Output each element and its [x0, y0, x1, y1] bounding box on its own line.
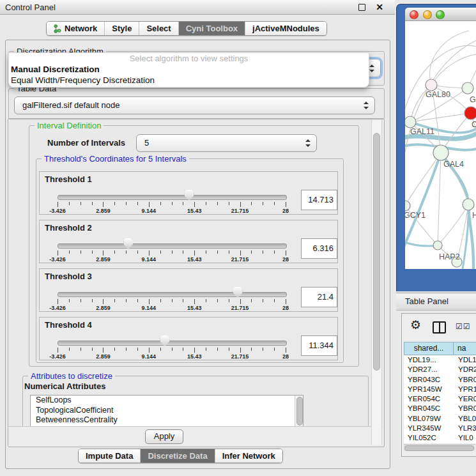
tab-infer-network[interactable]: Infer Network	[215, 449, 282, 463]
table-horizontal-scrollbar[interactable]	[404, 444, 475, 451]
tick-mark	[251, 299, 252, 302]
tick-mark	[229, 202, 229, 205]
threshold-value-field[interactable]: 11.344	[301, 335, 337, 356]
tab-impute-data[interactable]: Impute Data	[79, 449, 140, 463]
table-row[interactable]: YLR345WYLR3	[404, 424, 476, 433]
dropdown-option[interactable]: Equal Width/Frequency Discretization	[11, 75, 155, 85]
attribute-item[interactable]: SelfLoops	[31, 395, 303, 406]
tick-mark	[149, 202, 150, 207]
slider-track[interactable]	[58, 341, 287, 346]
tick-mark	[206, 299, 206, 302]
minimize-button[interactable]	[423, 10, 432, 19]
network-node[interactable]	[464, 107, 476, 119]
table-row[interactable]: YPR145WYPR1	[404, 385, 476, 394]
slider-track[interactable]	[58, 292, 287, 297]
tick-label: 2.859	[96, 256, 111, 263]
table-row[interactable]: YDR27...YDR2	[404, 365, 476, 374]
threshold-panel: Threshold 3-3.4262.8599.14415.4321.71528…	[39, 268, 338, 312]
checkbox-icons[interactable]: ☑☑	[456, 322, 471, 331]
float-window-icon[interactable]	[358, 4, 365, 11]
tab-style[interactable]: Style	[104, 22, 139, 35]
threshold-value-field[interactable]: 21.4	[301, 287, 337, 307]
table-data-combobox[interactable]: galFiltered.sif default node	[14, 96, 375, 114]
tick-mark	[103, 348, 104, 353]
attribute-item[interactable]: TopologicalCoefficient	[31, 406, 303, 416]
tab-discretize-data[interactable]: Discretize Data	[140, 449, 214, 463]
table-panel-titlebar: Table Panel	[396, 293, 476, 311]
table-row[interactable]: YIL052CYIL0	[404, 433, 476, 443]
gear-icon[interactable]: ⚙	[410, 319, 421, 332]
table-row[interactable]: YBR043CYBR0	[404, 375, 476, 385]
cell-name: YBR0	[458, 404, 476, 413]
tab-label: Network	[65, 24, 97, 33]
tick-label: 2.859	[96, 305, 111, 311]
table-row[interactable]: YBR045CYBR0	[404, 404, 476, 413]
numerical-attributes-list[interactable]: SelfLoopsTopologicalCoefficientBetweenne…	[30, 395, 303, 427]
network-node[interactable]	[433, 145, 449, 160]
table-row[interactable]: YDL19...YDL1	[404, 355, 476, 365]
main-scrollbar[interactable]	[371, 120, 382, 445]
dropdown-option[interactable]: Manual Discretization	[11, 65, 100, 74]
tick-mark	[206, 348, 206, 351]
slider-track[interactable]	[58, 195, 287, 200]
tick-mark	[172, 299, 173, 302]
tick-label: 2.859	[96, 208, 111, 214]
tick-mark	[172, 250, 173, 254]
tick-mark	[92, 299, 93, 302]
tick-label: -3.426	[49, 208, 66, 214]
tick-mark	[240, 348, 241, 353]
close-button[interactable]	[410, 10, 418, 19]
tick-mark	[240, 299, 241, 304]
dropdown-placeholder-option[interactable]: Select algorithm to view settings	[9, 54, 369, 63]
tick-mark	[160, 299, 161, 302]
apply-strip	[8, 426, 383, 446]
cell-name: YBR0	[458, 375, 476, 385]
control-panel-titlebar: Control Panel ✕	[0, 0, 395, 15]
network-canvas[interactable]: GAL80GACGAL11GAL4GCY1HHAP2	[405, 21, 476, 269]
cell-name: YIL0	[458, 433, 473, 443]
tab-network[interactable]: Network	[47, 22, 104, 35]
tab-jactivemnodules[interactable]: jActiveMNodules	[245, 22, 326, 35]
tick-label: 21.715	[231, 256, 249, 263]
column-header-name[interactable]: na	[453, 342, 476, 355]
threshold-slider[interactable]: -3.4262.8599.14415.4321.71528	[58, 172, 286, 214]
column-header-shared[interactable]: shared...	[404, 342, 454, 355]
network-node[interactable]	[426, 79, 437, 91]
tick-mark	[251, 202, 252, 205]
tab-label: Discretize Data	[148, 451, 207, 461]
zoom-button[interactable]	[436, 10, 445, 19]
table-row[interactable]: YBL079WYBL0	[404, 414, 476, 424]
network-node[interactable]	[463, 199, 474, 210]
node-label: C	[472, 120, 476, 129]
tick-mark	[114, 250, 115, 254]
threshold-slider[interactable]: -3.4262.8599.14415.4321.71528	[58, 318, 286, 360]
number-of-intervals-combobox[interactable]: 5	[136, 134, 317, 152]
threshold-slider[interactable]: -3.4262.8599.14415.4321.71528	[58, 269, 286, 311]
cell-name: YBL0	[458, 414, 476, 424]
close-icon[interactable]: ✕	[376, 1, 383, 13]
group-title: Interval Definition	[35, 121, 104, 130]
scrollbar-thumb[interactable]	[296, 397, 303, 426]
network-node[interactable]	[462, 82, 473, 94]
network-window-titlebar[interactable]	[405, 8, 476, 21]
list-scrollbar[interactable]	[295, 395, 303, 427]
threshold-value-field[interactable]: 14.713	[301, 190, 337, 210]
cell-name: YER0	[458, 394, 476, 404]
network-node[interactable]	[433, 241, 442, 250]
tick-mark	[229, 299, 229, 302]
network-node[interactable]	[405, 116, 416, 128]
threshold-slider[interactable]: -3.4262.8599.14415.4321.71528	[58, 220, 286, 263]
threshold-value-field[interactable]: 6.316	[301, 238, 337, 259]
network-node[interactable]	[405, 201, 410, 211]
table-row[interactable]: YER054CYER0	[404, 394, 476, 404]
slider-track[interactable]	[58, 243, 287, 249]
split-columns-icon[interactable]	[433, 321, 446, 334]
attribute-item[interactable]: BetweennessCentrality	[31, 415, 303, 426]
tab-cyni-toolbox[interactable]: Cyni Toolbox	[178, 22, 245, 35]
tab-label: Select	[146, 24, 171, 33]
scrollbar-thumb[interactable]	[404, 445, 474, 451]
tick-mark	[229, 250, 229, 254]
apply-button[interactable]: Apply	[145, 429, 183, 444]
tab-select[interactable]: Select	[139, 22, 178, 35]
scrollbar-thumb[interactable]	[373, 133, 380, 371]
